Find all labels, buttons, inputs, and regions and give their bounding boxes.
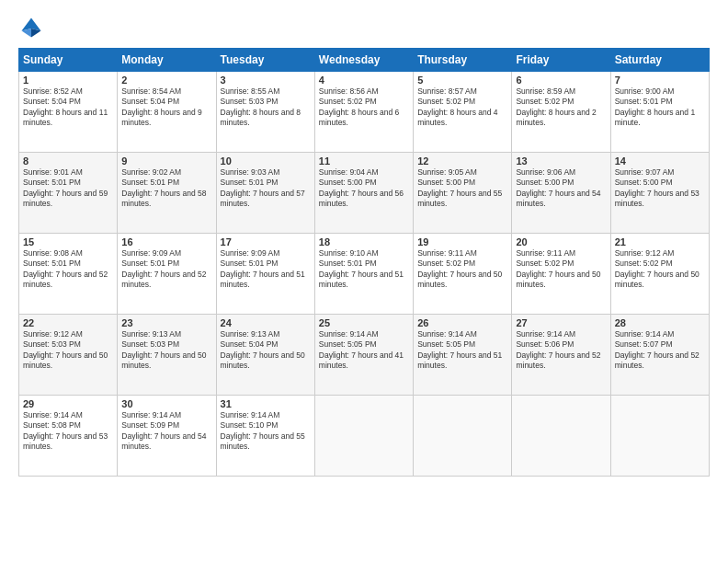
day-info: Sunrise: 9:06 AM Sunset: 5:00 PM Dayligh… [516, 167, 606, 210]
sunset: Sunset: 5:01 PM [23, 259, 81, 268]
table-row: 24 Sunrise: 9:13 AM Sunset: 5:04 PM Dayl… [216, 315, 314, 396]
sunrise: Sunrise: 8:54 AM [121, 86, 181, 96]
table-row: 19 Sunrise: 9:11 AM Sunset: 5:02 PM Dayl… [414, 234, 512, 315]
table-row: 31 Sunrise: 9:14 AM Sunset: 5:10 PM Dayl… [216, 396, 314, 477]
day-number: 28 [615, 317, 705, 328]
day-number: 20 [516, 236, 606, 247]
daylight: Daylight: 7 hours and 57 minutes. [221, 189, 305, 208]
day-number: 18 [319, 236, 409, 247]
calendar-week-row: 1 Sunrise: 8:52 AM Sunset: 5:04 PM Dayli… [19, 72, 710, 153]
sunset: Sunset: 5:01 PM [319, 259, 377, 268]
daylight: Daylight: 7 hours and 55 minutes. [417, 189, 502, 208]
sunset: Sunset: 5:03 PM [23, 339, 81, 349]
table-row: 1 Sunrise: 8:52 AM Sunset: 5:04 PM Dayli… [19, 72, 118, 153]
day-info: Sunrise: 9:12 AM Sunset: 5:03 PM Dayligh… [23, 329, 113, 372]
daylight: Daylight: 8 hours and 4 minutes. [417, 108, 497, 127]
daylight: Daylight: 7 hours and 50 minutes. [121, 350, 206, 370]
day-number: 30 [121, 398, 211, 409]
day-info: Sunrise: 9:11 AM Sunset: 5:02 PM Dayligh… [417, 248, 507, 291]
sunset: Sunset: 5:01 PM [121, 178, 179, 187]
table-row [314, 396, 413, 477]
sunset: Sunset: 5:03 PM [221, 97, 279, 106]
day-number: 7 [615, 75, 705, 86]
table-row: 21 Sunrise: 9:12 AM Sunset: 5:02 PM Dayl… [610, 234, 709, 315]
header [18, 15, 710, 40]
sunrise: Sunrise: 9:14 AM [23, 410, 83, 419]
table-row: 12 Sunrise: 9:05 AM Sunset: 5:00 PM Dayl… [414, 153, 512, 234]
day-number: 25 [319, 317, 409, 328]
daylight: Daylight: 7 hours and 53 minutes. [615, 189, 700, 208]
calendar: Sunday Monday Tuesday Wednesday Thursday… [18, 48, 710, 477]
table-row: 23 Sunrise: 9:13 AM Sunset: 5:03 PM Dayl… [118, 315, 216, 396]
sunset: Sunset: 5:01 PM [23, 178, 81, 187]
sunrise: Sunrise: 8:55 AM [221, 86, 280, 96]
daylight: Daylight: 7 hours and 50 minutes. [221, 350, 305, 370]
col-friday: Friday [512, 49, 610, 72]
sunset: Sunset: 5:01 PM [121, 259, 179, 268]
sunrise: Sunrise: 9:14 AM [221, 410, 280, 419]
day-number: 24 [221, 317, 311, 328]
day-number: 1 [23, 75, 113, 86]
sunrise: Sunrise: 8:56 AM [319, 86, 379, 96]
day-number: 19 [417, 236, 507, 247]
day-number: 13 [516, 155, 606, 167]
day-info: Sunrise: 9:00 AM Sunset: 5:01 PM Dayligh… [615, 86, 705, 129]
day-info: Sunrise: 9:09 AM Sunset: 5:01 PM Dayligh… [221, 248, 311, 291]
table-row: 28 Sunrise: 9:14 AM Sunset: 5:07 PM Dayl… [610, 315, 709, 396]
day-info: Sunrise: 8:54 AM Sunset: 5:04 PM Dayligh… [121, 86, 211, 129]
table-row: 30 Sunrise: 9:14 AM Sunset: 5:09 PM Dayl… [118, 396, 216, 477]
sunrise: Sunrise: 9:04 AM [319, 167, 379, 177]
sunrise: Sunrise: 9:08 AM [23, 248, 83, 258]
col-monday: Monday [118, 49, 216, 72]
sunrise: Sunrise: 9:14 AM [319, 329, 379, 339]
sunset: Sunset: 5:01 PM [615, 97, 673, 106]
day-info: Sunrise: 9:14 AM Sunset: 5:10 PM Dayligh… [221, 410, 311, 453]
daylight: Daylight: 7 hours and 54 minutes. [121, 431, 206, 451]
sunrise: Sunrise: 9:13 AM [121, 329, 181, 339]
day-number: 11 [319, 155, 409, 167]
day-info: Sunrise: 8:55 AM Sunset: 5:03 PM Dayligh… [221, 86, 311, 129]
sunrise: Sunrise: 9:14 AM [615, 329, 675, 339]
daylight: Daylight: 7 hours and 58 minutes. [121, 189, 206, 208]
sunset: Sunset: 5:00 PM [417, 178, 475, 187]
table-row: 18 Sunrise: 9:10 AM Sunset: 5:01 PM Dayl… [314, 234, 413, 315]
daylight: Daylight: 7 hours and 55 minutes. [221, 431, 305, 451]
day-number: 17 [221, 236, 311, 247]
table-row: 29 Sunrise: 9:14 AM Sunset: 5:08 PM Dayl… [19, 396, 118, 477]
daylight: Daylight: 7 hours and 50 minutes. [23, 350, 108, 370]
table-row: 6 Sunrise: 8:59 AM Sunset: 5:02 PM Dayli… [512, 72, 610, 153]
day-number: 16 [121, 236, 211, 247]
table-row: 10 Sunrise: 9:03 AM Sunset: 5:01 PM Dayl… [216, 153, 314, 234]
table-row [610, 396, 709, 477]
daylight: Daylight: 7 hours and 54 minutes. [516, 189, 600, 208]
table-row: 11 Sunrise: 9:04 AM Sunset: 5:00 PM Dayl… [314, 153, 413, 234]
daylight: Daylight: 7 hours and 41 minutes. [319, 350, 404, 370]
day-info: Sunrise: 8:52 AM Sunset: 5:04 PM Dayligh… [23, 86, 113, 129]
daylight: Daylight: 7 hours and 52 minutes. [23, 270, 108, 289]
sunset: Sunset: 5:08 PM [23, 420, 81, 430]
daylight: Daylight: 8 hours and 8 minutes. [221, 108, 301, 127]
day-info: Sunrise: 9:02 AM Sunset: 5:01 PM Dayligh… [121, 167, 211, 210]
day-number: 15 [23, 236, 113, 247]
day-number: 29 [23, 398, 113, 409]
table-row: 16 Sunrise: 9:09 AM Sunset: 5:01 PM Dayl… [118, 234, 216, 315]
col-tuesday: Tuesday [216, 49, 314, 72]
sunrise: Sunrise: 9:11 AM [417, 248, 477, 258]
day-number: 8 [23, 155, 113, 167]
sunset: Sunset: 5:04 PM [23, 97, 81, 106]
col-saturday: Saturday [610, 49, 709, 72]
sunrise: Sunrise: 9:14 AM [516, 329, 575, 339]
sunset: Sunset: 5:01 PM [221, 259, 279, 268]
page: Sunday Monday Tuesday Wednesday Thursday… [0, 0, 728, 563]
day-number: 12 [417, 155, 507, 167]
calendar-week-row: 29 Sunrise: 9:14 AM Sunset: 5:08 PM Dayl… [19, 396, 710, 477]
table-row [414, 396, 512, 477]
table-row: 2 Sunrise: 8:54 AM Sunset: 5:04 PM Dayli… [118, 72, 216, 153]
sunset: Sunset: 5:02 PM [417, 97, 475, 106]
day-number: 14 [615, 155, 705, 167]
sunset: Sunset: 5:01 PM [221, 178, 279, 187]
sunrise: Sunrise: 8:59 AM [516, 86, 575, 96]
sunset: Sunset: 5:00 PM [516, 178, 574, 187]
day-info: Sunrise: 9:10 AM Sunset: 5:01 PM Dayligh… [319, 248, 409, 291]
daylight: Daylight: 8 hours and 6 minutes. [319, 108, 399, 127]
